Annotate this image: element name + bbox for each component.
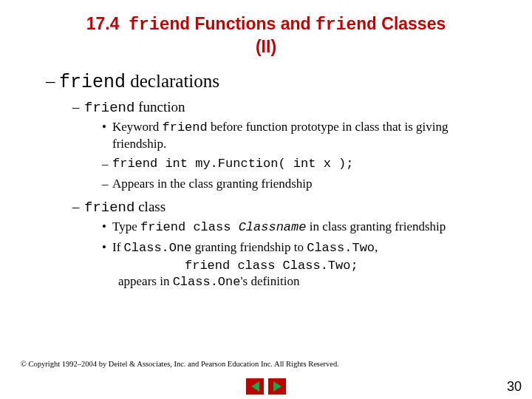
l3e-mid: granting friendship to	[191, 240, 307, 254]
triangle-right-icon	[273, 381, 282, 392]
l3d-pre: Type	[112, 219, 140, 233]
bullet-level3: – Appears in the class granting friendsh…	[0, 173, 532, 193]
bullet-level2: –friend function	[0, 93, 532, 116]
class-two: Class.Two	[307, 241, 375, 255]
bullet-level3: • Keyword friend before function prototy…	[0, 116, 532, 154]
friend-keyword: friend	[84, 200, 134, 216]
bullet-level2: –friend class	[0, 193, 532, 216]
section-number: 17.4	[86, 14, 120, 33]
appears-pre: appears in	[118, 274, 173, 288]
classname-placeholder: Classname	[239, 220, 307, 234]
title-keyword-2: friend	[316, 16, 377, 35]
friend-keyword: friend	[84, 100, 134, 116]
appears-post: 's definition	[240, 274, 299, 288]
bullet-level3-code: – friend int my.Function( int x );	[0, 153, 532, 173]
bullet-icon: •	[102, 219, 112, 236]
bullet-icon: •	[102, 239, 112, 257]
l3c-text: Appears in the class granting friendship	[112, 176, 495, 193]
title-text-1: Functions and	[195, 14, 311, 33]
code-friend-class: friend class	[140, 220, 239, 234]
dash-icon: –	[72, 199, 84, 215]
friend-keyword: friend	[163, 120, 208, 134]
bullet-level3: • Type friend class Classname in class g…	[0, 216, 532, 236]
slide-title: 17.4 friend Functions and friend Classes…	[0, 0, 532, 58]
comma: ,	[375, 240, 378, 254]
dash-icon: –	[72, 99, 84, 115]
title-line-2: (II)	[256, 37, 276, 56]
l2b-text: class	[134, 199, 166, 214]
l3a-pre: Keyword	[112, 120, 163, 134]
l3d-post: in class granting friendship	[306, 219, 446, 233]
appears-line: appears in Class.One's definition	[0, 273, 532, 289]
next-button[interactable]	[268, 378, 286, 395]
class-one: Class.One	[173, 275, 241, 289]
page-number: 30	[507, 379, 522, 395]
l1-text: declarations	[126, 71, 219, 91]
copyright-text: © Copyright 1992–2004 by Deitel & Associ…	[21, 360, 339, 368]
nav-controls	[246, 378, 286, 395]
class-one: Class.One	[124, 241, 192, 255]
code-line-friend-class: friend class Class.Two;	[0, 257, 532, 273]
bullet-level1: –friend declarations	[0, 58, 532, 93]
dash-icon: –	[102, 176, 112, 193]
code-prototype: friend int my.Function( int x );	[112, 156, 495, 173]
title-keyword-1: friend	[129, 16, 190, 35]
prev-button[interactable]	[246, 378, 264, 395]
triangle-left-icon	[251, 381, 259, 392]
l2a-text: function	[134, 99, 185, 115]
friend-keyword: friend	[59, 72, 126, 93]
bullet-icon: •	[102, 119, 112, 154]
l3e-pre: If	[112, 240, 124, 254]
dash-icon: –	[46, 71, 59, 92]
title-text-2: Classes	[381, 14, 446, 33]
bullet-level3: • If Class.One granting friendship to Cl…	[0, 236, 532, 257]
dash-icon: –	[102, 156, 112, 173]
